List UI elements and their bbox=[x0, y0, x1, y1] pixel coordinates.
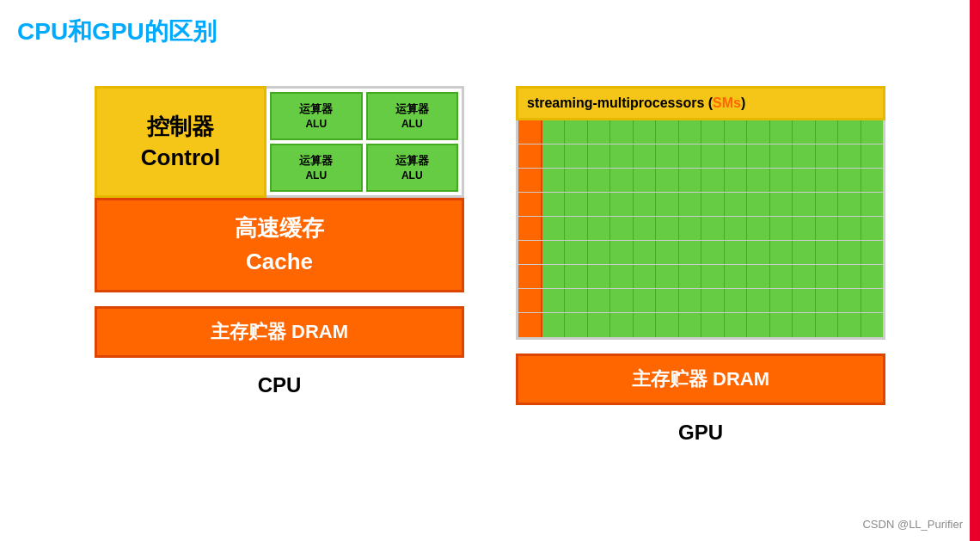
gpu-cell bbox=[838, 265, 861, 288]
alu-cn-4: 运算器 bbox=[395, 153, 429, 169]
gpu-row-left-4 bbox=[518, 193, 542, 216]
gpu-cell bbox=[747, 241, 769, 264]
gpu-cell bbox=[542, 144, 565, 168]
gpu-cell bbox=[542, 169, 565, 192]
gpu-cell bbox=[747, 289, 769, 312]
gpu-cell bbox=[588, 289, 610, 312]
gpu-row-left-2 bbox=[518, 144, 542, 168]
gpu-cell bbox=[861, 193, 883, 216]
gpu-cell bbox=[747, 265, 769, 288]
cache-cn-label: 高速缓存 bbox=[235, 212, 324, 245]
gpu-cell bbox=[656, 289, 678, 312]
gpu-cell bbox=[770, 265, 793, 288]
gpu-cell bbox=[770, 169, 793, 192]
gpu-cell bbox=[816, 144, 838, 168]
gpu-cell bbox=[747, 313, 769, 337]
gpu-row bbox=[518, 120, 883, 144]
gpu-cell bbox=[679, 193, 701, 216]
gpu-cell bbox=[861, 313, 883, 337]
gpu-row bbox=[518, 313, 883, 337]
gpu-cell bbox=[679, 169, 701, 192]
alu-cn-2: 运算器 bbox=[395, 101, 429, 117]
gpu-cell bbox=[725, 289, 747, 312]
cpu-diagram: 控制器 Control 运算器 ALU 运算器 ALU 运算器 ALU 运算器 bbox=[95, 86, 464, 397]
gpu-row-cells-6 bbox=[542, 241, 883, 264]
gpu-cell bbox=[565, 313, 587, 337]
gpu-cell bbox=[634, 120, 656, 144]
gpu-cell bbox=[634, 289, 656, 312]
alu-cell-4: 运算器 ALU bbox=[366, 144, 459, 192]
gpu-cell bbox=[565, 265, 587, 288]
gpu-cell bbox=[542, 265, 565, 288]
gpu-cell bbox=[634, 193, 656, 216]
cpu-diagram-label: CPU bbox=[258, 373, 302, 397]
gpu-cell bbox=[701, 313, 724, 337]
gpu-cell bbox=[565, 289, 587, 312]
gpu-cell bbox=[770, 289, 793, 312]
gpu-cell bbox=[588, 217, 610, 240]
gpu-cell bbox=[542, 313, 565, 337]
gpu-cell bbox=[701, 289, 724, 312]
gpu-cell bbox=[816, 217, 838, 240]
gpu-cell bbox=[679, 265, 701, 288]
gpu-cell bbox=[634, 241, 656, 264]
gpu-cell bbox=[656, 265, 678, 288]
gpu-cell bbox=[679, 217, 701, 240]
gpu-row-cells-8 bbox=[542, 289, 883, 312]
gpu-cell bbox=[725, 241, 747, 264]
gpu-row bbox=[518, 217, 883, 241]
gpu-cell bbox=[679, 120, 701, 144]
gpu-row bbox=[518, 241, 883, 265]
gpu-row-cells-7 bbox=[542, 265, 883, 288]
gpu-cell bbox=[861, 120, 883, 144]
gpu-cell bbox=[588, 144, 610, 168]
gpu-cell bbox=[634, 217, 656, 240]
alu-en-3: ALU bbox=[305, 169, 327, 183]
gpu-cell bbox=[656, 217, 678, 240]
cpu-dram-label: 主存贮器 DRAM bbox=[211, 319, 348, 345]
gpu-cell bbox=[861, 169, 883, 192]
gpu-cell bbox=[861, 217, 883, 240]
gpu-row bbox=[518, 265, 883, 289]
gpu-cell bbox=[838, 313, 861, 337]
gpu-cell bbox=[816, 120, 838, 144]
alu-en-4: ALU bbox=[401, 169, 423, 183]
gpu-cell bbox=[770, 217, 793, 240]
gpu-cell bbox=[701, 144, 724, 168]
gpu-row-cells-5 bbox=[542, 217, 883, 240]
gpu-cell bbox=[838, 193, 861, 216]
sm-close-text: ) bbox=[741, 95, 745, 111]
gpu-cell bbox=[656, 120, 678, 144]
gpu-cell bbox=[793, 169, 815, 192]
alu-cell-3: 运算器 ALU bbox=[270, 144, 363, 192]
gpu-cell bbox=[816, 193, 838, 216]
gpu-cell bbox=[610, 120, 633, 144]
alu-cn-3: 运算器 bbox=[299, 153, 333, 169]
gpu-cell bbox=[610, 217, 633, 240]
gpu-cell bbox=[747, 193, 769, 216]
gpu-row-cells-1 bbox=[542, 120, 883, 144]
gpu-cell bbox=[861, 144, 883, 168]
gpu-dram-block: 主存贮器 DRAM bbox=[516, 353, 885, 405]
gpu-cell bbox=[588, 120, 610, 144]
gpu-cell bbox=[588, 241, 610, 264]
control-en-label: Control bbox=[141, 142, 220, 173]
gpu-cell bbox=[656, 144, 678, 168]
gpu-cell bbox=[565, 120, 587, 144]
gpu-cell bbox=[793, 144, 815, 168]
sm-colored-text: SMs bbox=[713, 95, 741, 111]
gpu-cell bbox=[701, 120, 724, 144]
gpu-cell bbox=[610, 313, 633, 337]
gpu-row-cells-9 bbox=[542, 313, 883, 337]
gpu-diagram: streaming-multiprocessors (SMs) bbox=[516, 86, 885, 445]
gpu-cell bbox=[793, 289, 815, 312]
gpu-cell bbox=[634, 169, 656, 192]
watermark: CSDN @LL_Purifier bbox=[862, 518, 963, 531]
gpu-cell bbox=[793, 313, 815, 337]
gpu-cell bbox=[816, 265, 838, 288]
gpu-cell bbox=[588, 169, 610, 192]
gpu-cell bbox=[861, 241, 883, 264]
gpu-cell bbox=[701, 265, 724, 288]
cpu-top-row: 控制器 Control 运算器 ALU 运算器 ALU 运算器 ALU 运算器 bbox=[95, 86, 464, 198]
gpu-row-cells-3 bbox=[542, 169, 883, 192]
